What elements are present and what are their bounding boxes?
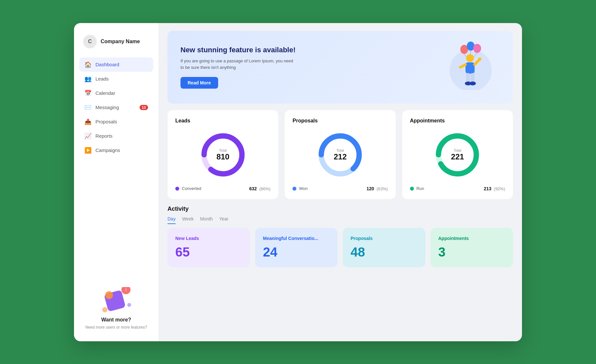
svg-point-17: [478, 57, 481, 61]
sidebar-item-label: Calendar: [95, 90, 115, 96]
donut-value-proposals: 212: [334, 152, 347, 161]
svg-text:!: !: [125, 288, 127, 292]
stat-legend-leads: Converted 632 (86%): [175, 186, 270, 191]
legend-dot-appointments: [410, 187, 414, 191]
svg-rect-18: [466, 73, 470, 83]
legend-pct-leads: (86%): [258, 186, 270, 191]
sidebar-item-label: Dashboard: [95, 62, 119, 67]
svg-point-9: [473, 44, 481, 53]
banner-description: If you are going to use a passage of Lor…: [180, 58, 297, 70]
activity-tab-month[interactable]: Month: [200, 216, 213, 224]
stats-row: Leads Total 810 Converted 632 (86%): [168, 110, 513, 199]
stat-card-appointments: Appointments Total 221 Run 213 (92%): [402, 110, 513, 199]
legend-pct-appointments: (92%): [493, 186, 505, 191]
activity-tabs: DayWeekMonthYear: [168, 216, 513, 224]
banner-illustration: [441, 41, 500, 93]
legend-pct-proposals: (63%): [375, 186, 388, 191]
messaging-icon: ✉️: [84, 104, 92, 111]
legend-dot-leads: [175, 187, 179, 191]
donut-label-leads: Total: [219, 148, 227, 152]
sidebar-item-label: Reports: [95, 133, 113, 139]
legend-label-appointments: Run: [416, 186, 424, 191]
legend-dot-proposals: [292, 187, 296, 191]
sidebar-illustration-svg: !: [100, 287, 136, 316]
calendar-icon: 📅: [84, 90, 92, 97]
activity-card-value-proposals: 48: [351, 245, 417, 259]
sidebar-item-leads[interactable]: 👥 Leads: [79, 72, 153, 86]
svg-rect-14: [466, 62, 475, 74]
svg-point-21: [469, 82, 476, 85]
nav-container: 🏠 Dashboard 👥 Leads 📅 Calendar ✉️ Messag…: [79, 57, 153, 157]
activity-card-label-new-leads: New Leads: [175, 236, 242, 241]
company-name: Company Name: [101, 39, 140, 44]
sidebar-item-label: Leads: [95, 76, 109, 82]
svg-point-1: [105, 291, 113, 299]
legend-label-proposals: Won: [299, 186, 308, 191]
messaging-badge: 13: [140, 105, 148, 110]
sidebar-item-proposals[interactable]: 📤 Proposals: [79, 115, 153, 129]
svg-point-5: [127, 303, 131, 307]
main-content: New stunning feature is available! If yo…: [158, 23, 522, 341]
activity-title: Activity: [168, 206, 513, 212]
stat-title-proposals: Proposals: [292, 118, 388, 124]
donut-container-leads: Total 810: [175, 129, 270, 181]
stat-card-leads: Leads Total 810 Converted 632 (86%): [168, 110, 278, 199]
activity-tab-year[interactable]: Year: [219, 216, 228, 224]
sidebar-item-label: Messaging: [95, 105, 119, 110]
donut-container-appointments: Total 221: [410, 129, 505, 181]
sidebar-item-label: Campaigns: [95, 147, 120, 153]
stat-title-appointments: Appointments: [410, 118, 505, 124]
company-logo: C Company Name: [79, 31, 153, 56]
stat-title-leads: Leads: [175, 118, 270, 124]
banner: New stunning feature is available! If yo…: [168, 31, 513, 104]
activity-card-value-new-leads: 65: [175, 245, 242, 259]
sidebar-item-messaging[interactable]: ✉️ Messaging 13: [79, 100, 153, 115]
stat-card-proposals: Proposals Total 212 Won 120 (63%): [285, 110, 395, 199]
activity-tab-day[interactable]: Day: [168, 216, 176, 224]
sidebar-item-calendar[interactable]: 📅 Calendar: [79, 86, 153, 100]
legend-right-proposals: 120 (63%): [366, 186, 388, 191]
activity-card-label-proposals: Proposals: [351, 236, 417, 241]
stat-legend-appointments: Run 213 (92%): [410, 186, 505, 191]
sidebar-item-reports[interactable]: 📈 Reports: [79, 129, 153, 143]
leads-icon: 👥: [84, 75, 92, 82]
sidebar-bottom: ! Want more? Need more users or more fea…: [79, 281, 153, 333]
svg-point-13: [466, 54, 474, 62]
activity-cards: New Leads 65 Meaningful Conversatio... 2…: [168, 228, 513, 267]
company-initial: C: [83, 35, 97, 48]
donut-label-proposals: Total: [336, 148, 344, 152]
sidebar-illustration: !: [100, 287, 132, 313]
donut-label-appointments: Total: [454, 148, 461, 152]
donut-container-proposals: Total 212: [292, 129, 388, 181]
banner-text: New stunning feature is available! If yo…: [180, 45, 441, 89]
donut-value-appointments: 221: [451, 152, 464, 161]
balloon-illustration: [441, 41, 493, 90]
activity-card-value-conversations: 24: [263, 245, 330, 259]
activity-card-appointments: Appointments 3: [430, 228, 513, 267]
sidebar: C Company Name 🏠 Dashboard 👥 Leads 📅 Cal…: [74, 23, 158, 341]
read-more-button[interactable]: Read More: [180, 77, 218, 89]
app-container: C Company Name 🏠 Dashboard 👥 Leads 📅 Cal…: [74, 23, 522, 341]
svg-point-4: [102, 307, 107, 312]
activity-card-label-appointments: Appointments: [438, 236, 505, 241]
sidebar-item-dashboard[interactable]: 🏠 Dashboard: [79, 57, 153, 72]
legend-label-leads: Converted: [182, 186, 201, 191]
svg-rect-19: [471, 73, 475, 83]
donut-value-leads: 810: [217, 152, 230, 161]
legend-left-appointments: Run: [410, 186, 424, 191]
donut-center-appointments: Total 221: [451, 148, 464, 161]
donut-center-leads: Total 810: [217, 148, 230, 161]
want-more-desc: Need more users or more features?: [85, 325, 147, 330]
donut-center-proposals: Total 212: [334, 148, 347, 161]
legend-left-proposals: Won: [292, 186, 308, 191]
sidebar-item-campaigns[interactable]: ▶️ Campaigns: [79, 143, 153, 157]
reports-icon: 📈: [84, 132, 92, 140]
stat-legend-proposals: Won 120 (63%): [292, 186, 388, 191]
activity-card-proposals: Proposals 48: [343, 228, 425, 267]
proposals-icon: 📤: [84, 118, 92, 125]
campaigns-icon: ▶️: [84, 147, 92, 154]
activity-tab-week[interactable]: Week: [182, 216, 194, 224]
activity-card-value-appointments: 3: [438, 245, 505, 259]
activity-card-label-conversations: Meaningful Conversatio...: [263, 236, 330, 241]
banner-title: New stunning feature is available!: [180, 45, 310, 55]
